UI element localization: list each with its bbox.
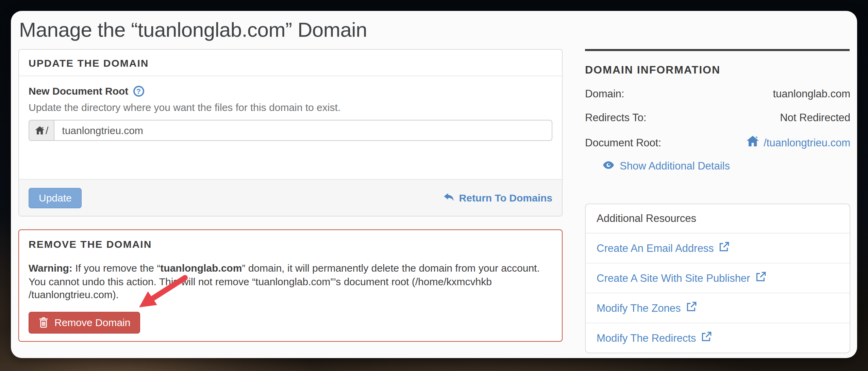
page-title: Manage the “tuanlonglab.com” Domain (19, 18, 367, 42)
document-root-value: /tuanlongtrieu.com (764, 136, 850, 149)
return-link-label: Return To Domains (459, 192, 552, 204)
main-panel: Manage the “tuanlonglab.com” Domain UPDA… (11, 11, 857, 358)
new-document-root-label: New Document Root (29, 85, 128, 97)
section-rule (585, 49, 850, 51)
remove-domain-card: REMOVE THE DOMAIN Warning: If you remove… (18, 229, 563, 342)
modify-redirects-link[interactable]: Modify The Redirects (586, 323, 850, 353)
remove-button-label: Remove Domain (54, 316, 130, 328)
resource-link-label: Create An Email Address (597, 242, 714, 254)
external-link-icon (686, 302, 697, 314)
additional-resources-header: Additional Resources (586, 204, 850, 233)
trash-icon (38, 316, 49, 328)
create-site-publisher-link[interactable]: Create A Site With Site Publisher (586, 263, 850, 293)
external-link-icon (719, 242, 730, 255)
external-link-icon (755, 272, 766, 285)
remove-domain-button[interactable]: Remove Domain (29, 311, 140, 333)
domain-row: Domain: tuanlonglab.com (585, 88, 850, 100)
warning-word: Warning: (29, 262, 72, 274)
home-icon (35, 125, 45, 135)
path-prefix: / (46, 125, 48, 136)
eye-icon (603, 160, 614, 172)
show-details-label: Show Additional Details (620, 160, 730, 172)
modify-zones-link[interactable]: Modify The Zones (586, 293, 850, 323)
field-description: Update the directory where you want the … (29, 101, 552, 113)
domain-information-header: DOMAIN INFORMATION (585, 64, 850, 76)
update-domain-card: UPDATE THE DOMAIN New Document Root Upda… (18, 49, 563, 216)
reply-arrow-icon (444, 192, 454, 204)
domain-value: tuanlonglab.com (773, 88, 851, 100)
resource-link-label: Create A Site With Site Publisher (597, 272, 750, 284)
page-background: Manage the “tuanlonglab.com” Domain UPDA… (0, 0, 868, 371)
redirects-value: Not Redirected (780, 112, 850, 124)
show-additional-details-link[interactable]: Show Additional Details (603, 160, 730, 172)
document-root-input-group: / (29, 120, 552, 141)
left-column: UPDATE THE DOMAIN New Document Root Upda… (18, 49, 563, 342)
remove-card-header: REMOVE THE DOMAIN (29, 238, 552, 250)
document-root-link[interactable]: /tuanlongtrieu.com (747, 135, 850, 150)
create-email-address-link[interactable]: Create An Email Address (586, 233, 850, 263)
domain-information-section: DOMAIN INFORMATION Domain: tuanlonglab.c… (585, 49, 850, 172)
resource-link-label: Modify The Zones (597, 302, 681, 314)
redirects-row: Redirects To: Not Redirected (585, 112, 850, 124)
resource-link-label: Modify The Redirects (597, 332, 696, 344)
update-button[interactable]: Update (29, 188, 82, 208)
warning-domain: tuanlonglab.com (160, 262, 242, 274)
additional-resources-card: Additional Resources Create An Email Add… (585, 204, 850, 353)
update-card-footer: Update Return To Domains (19, 179, 562, 216)
remove-warning: Warning: If you remove the “tuanlonglab.… (29, 261, 552, 301)
document-root-row: Document Root: /tuanlongtrieu.com (585, 135, 850, 150)
update-card-body: New Document Root Update the directory w… (19, 76, 562, 179)
home-path-addon: / (29, 120, 54, 141)
return-to-domains-link[interactable]: Return To Domains (444, 192, 552, 204)
question-circle-icon[interactable] (133, 85, 144, 96)
external-link-icon (701, 332, 712, 344)
update-card-header: UPDATE THE DOMAIN (19, 50, 562, 76)
document-root-input[interactable] (54, 120, 552, 141)
home-icon (747, 135, 760, 150)
